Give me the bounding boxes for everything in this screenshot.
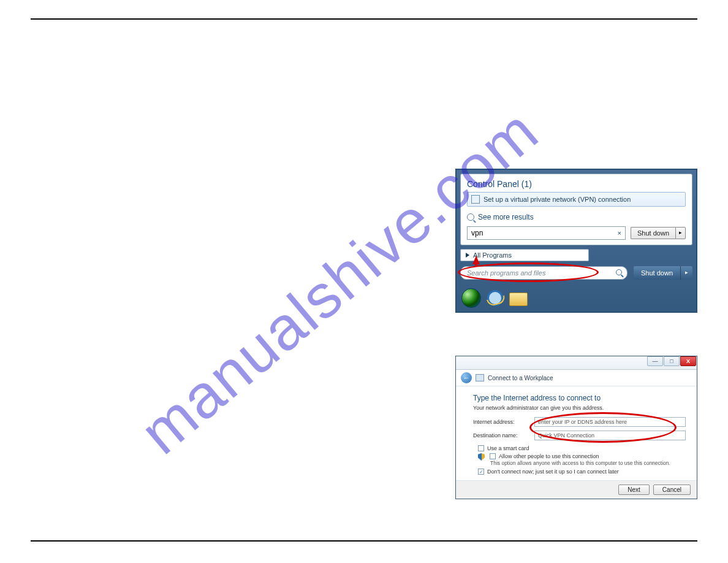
vpn-result-icon <box>471 195 480 204</box>
bottom-rule <box>31 540 697 542</box>
shutdown-split-button[interactable]: Shut down ▸ <box>631 227 686 239</box>
search-icon <box>616 269 622 275</box>
clear-search-icon[interactable]: × <box>618 229 621 237</box>
start-menu-screenshot: Control Panel (1) Set up a virtual priva… <box>455 169 697 313</box>
wizard-footer: Next Cancel <box>456 480 697 499</box>
cancel-button[interactable]: Cancel <box>653 484 691 495</box>
internet-explorer-icon[interactable] <box>487 290 503 306</box>
red-pointer-arrow <box>472 256 480 264</box>
vpn-setup-result[interactable]: Set up a virtual private network (VPN) c… <box>467 192 686 207</box>
maximize-button[interactable]: □ <box>664 356 680 366</box>
internet-address-label: Internet address: <box>473 419 528 425</box>
start-menu-results-panel: Control Panel (1) Set up a virtual priva… <box>460 174 692 245</box>
destination-name-label: Destination name: <box>473 432 528 439</box>
start-search-input[interactable]: Search programs and files <box>460 266 628 280</box>
start-search-placeholder: Search programs and files <box>467 269 545 277</box>
network-icon <box>476 374 484 381</box>
top-rule <box>31 18 697 20</box>
minimize-button[interactable]: — <box>647 356 663 366</box>
shutdown-button-label[interactable]: Shut down <box>631 227 675 239</box>
wizard-breadcrumb: ← Connect to a Workplace <box>456 370 697 386</box>
internet-address-input[interactable]: enter your IP or DDNS address here <box>534 417 686 427</box>
see-more-results-link[interactable]: See more results <box>467 213 686 221</box>
close-button[interactable]: X <box>680 356 696 366</box>
vpn-result-label: Set up a virtual private network (VPN) c… <box>483 196 631 203</box>
control-panel-heading: Control Panel (1) <box>467 179 686 189</box>
smartcard-label: Use a smart card <box>487 445 529 451</box>
next-button[interactable]: Next <box>618 484 650 495</box>
dont-connect-label: Don't connect now; just set it up so I c… <box>487 469 619 475</box>
shutdown-button-arrow[interactable]: ▸ <box>675 227 686 239</box>
destination-name-input[interactable]: Quick VPN Connection <box>534 431 686 440</box>
allow-others-help: This option allows anyone with access to… <box>490 460 686 466</box>
shutdown-glass-label[interactable]: Shut down <box>634 266 681 280</box>
shield-icon <box>478 453 485 461</box>
search-icon <box>467 213 474 221</box>
windows-start-orb-icon[interactable] <box>461 288 481 308</box>
explorer-folder-icon[interactable] <box>509 293 528 306</box>
shutdown-button-glass[interactable]: Shut down ▸ <box>634 266 692 280</box>
wizard-body: Type the Internet address to connect to … <box>456 386 697 480</box>
dialog-titlebar: — □ X <box>456 356 697 370</box>
dont-connect-checkbox[interactable]: ✓ <box>478 469 484 475</box>
connect-workplace-dialog: — □ X ← Connect to a Workplace Type the … <box>455 356 697 499</box>
search-input-value: vpn <box>471 229 483 237</box>
chevron-right-icon <box>466 253 469 258</box>
search-input-top[interactable]: vpn × <box>467 226 626 240</box>
back-button[interactable]: ← <box>461 372 472 383</box>
wizard-title: Type the Internet address to connect to <box>473 394 686 402</box>
allow-others-checkbox[interactable] <box>490 453 496 459</box>
taskbar <box>460 286 692 308</box>
smartcard-checkbox[interactable] <box>478 445 484 451</box>
allow-others-label: Allow other people to use this connectio… <box>499 453 599 459</box>
wizard-subtitle: Your network administrator can give you … <box>473 405 686 411</box>
wizard-header-title: Connect to a Workplace <box>488 375 553 381</box>
shutdown-glass-arrow[interactable]: ▸ <box>681 266 692 280</box>
see-more-label: See more results <box>478 213 534 221</box>
